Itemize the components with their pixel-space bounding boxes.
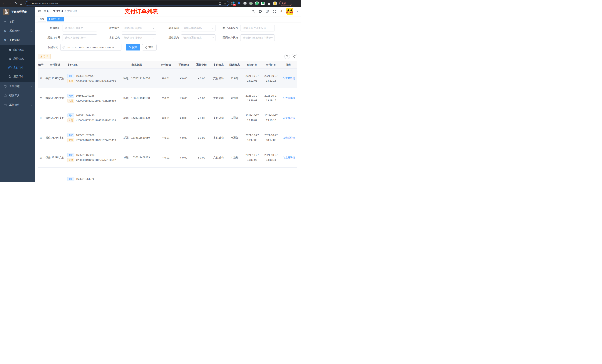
forward-icon[interactable]: →: [8, 2, 12, 5]
sidebar-item-pay-order[interactable]: ¥ 支付订单: [0, 63, 35, 72]
merchant-tag: 商户: [67, 133, 75, 137]
merchant-select-input[interactable]: [63, 25, 97, 31]
toggle-search-button[interactable]: [284, 54, 290, 59]
sidebar-item-refund-order[interactable]: 退款订单: [0, 72, 35, 81]
logo-rabbit-image: [3, 9, 10, 15]
home-icon[interactable]: [20, 2, 24, 5]
breadcrumb-current: 支付订单: [67, 10, 78, 13]
y-extension-icon[interactable]: y: [255, 1, 259, 5]
export-button[interactable]: 导出: [38, 54, 51, 59]
chevron-down-icon: [31, 95, 32, 97]
breadcrumb-payment[interactable]: 支付管理: [53, 10, 63, 13]
hamburger-icon[interactable]: [35, 7, 44, 16]
search-icon[interactable]: [252, 10, 255, 13]
merchant-order-no: 1635311351726: [76, 177, 94, 180]
dashboard-icon: [4, 20, 7, 23]
breadcrumb-home[interactable]: 首页: [44, 10, 49, 13]
filter-merchant-order-no: 商户订单编号: [215, 25, 275, 31]
browser-update-button[interactable]: 更新 ⋮: [279, 1, 292, 6]
pay-tag: 支付: [67, 79, 75, 83]
chat-extension-icon[interactable]: [261, 2, 265, 5]
filter-merchant: 所属商户: [38, 25, 97, 31]
filter-channel-code: 渠道编码: [156, 25, 215, 31]
help-icon[interactable]: ?: [266, 10, 269, 13]
browser-menu-dots-icon[interactable]: ⋮: [288, 2, 290, 5]
storefront-icon: [8, 48, 11, 52]
url-host: localhost: [32, 2, 41, 5]
refund-status-select-input[interactable]: [181, 34, 215, 41]
top-navbar: 首页 / 支付管理 / 支付订单 支付订单列表 ?: [35, 7, 301, 16]
search-icon: [283, 156, 285, 159]
documents-icon: [8, 75, 11, 78]
view-detail-link[interactable]: 查看详情: [283, 136, 295, 139]
view-detail-link[interactable]: 查看详情: [283, 77, 295, 80]
reset-button[interactable]: 重置: [142, 44, 157, 51]
sidebar-item-system[interactable]: ⚙ 系统管理: [0, 26, 35, 35]
main-panel: 所属商户 应用编号 渠道编码 商户订单编号: [35, 22, 301, 182]
merchant-order-no-input[interactable]: [240, 25, 275, 31]
search-icon: [283, 137, 285, 139]
sketch-extension-icon[interactable]: 10: [231, 1, 235, 5]
dot-extension-icon[interactable]: [249, 2, 253, 5]
view-detail-link[interactable]: 查看详情: [283, 96, 295, 100]
tab-home[interactable]: 首页: [38, 17, 46, 21]
close-tab-icon[interactable]: ×: [61, 18, 62, 20]
view-detail-link[interactable]: 查看详情: [283, 116, 295, 120]
pay-order-no: 4200001174202110278060590766: [76, 79, 116, 82]
user-avatar[interactable]: [286, 8, 293, 15]
merchant-tag: 商户: [67, 94, 75, 98]
sidebar-item-dev-tools[interactable]: 研发工具: [0, 91, 35, 100]
app-title: 芋道管理系统: [11, 10, 27, 13]
app-select-input[interactable]: [122, 25, 156, 31]
svg-text:?: ?: [267, 10, 268, 12]
github-icon[interactable]: [258, 10, 262, 13]
sidebar-logo[interactable]: 芋道管理系统: [0, 7, 35, 17]
browser-window: ← → ↻ ⓘ localhost:1024/pay/order ☆ 10: [0, 0, 301, 182]
command-extension-icon[interactable]: ⌘: [243, 2, 247, 5]
clock-icon: [62, 46, 65, 49]
address-bar[interactable]: ⓘ localhost:1024/pay/order ☆: [26, 1, 229, 6]
sidebar-item-merchant-info[interactable]: 商户信息: [0, 45, 35, 54]
payment-submenu: 商户信息 应用信息 ¥ 支付订单 退款订单: [0, 45, 35, 82]
table-header-row: 编号 支付渠道 支付订单 商品标题 支付金额 手续金额 退款金额 支付状态 回调…: [38, 62, 297, 68]
chevron-up-icon: [31, 39, 32, 41]
gem-extension-icon[interactable]: [237, 1, 241, 5]
avatar-caret-icon[interactable]: ▾: [297, 10, 298, 13]
back-icon[interactable]: ←: [2, 2, 6, 5]
date-range-input[interactable]: 2021-10-01 00:00:00 - 2021-10-31 23:59:5…: [60, 44, 121, 51]
navbar-actions: ? TT ▾: [252, 8, 301, 15]
sidebar-item-app-info[interactable]: 应用信息: [0, 54, 35, 63]
search-icon: [283, 77, 285, 80]
profile-emoji-avatar[interactable]: [273, 1, 277, 5]
search-icon: [286, 55, 288, 58]
sidebar-item-home[interactable]: 首页: [0, 17, 35, 26]
info-icon[interactable]: ⓘ: [28, 2, 30, 5]
table-row: 18 微信 JSAPI 支付 商户1635311823086 支付4200001…: [38, 128, 297, 148]
refresh-table-button[interactable]: [292, 54, 297, 59]
puzzle-extensions-icon[interactable]: [267, 1, 271, 5]
bookmark-star-icon[interactable]: ☆: [223, 2, 227, 5]
chevron-down-icon: [31, 85, 32, 87]
merchant-tag: 商户: [67, 153, 75, 157]
channel-code-select-input[interactable]: [181, 25, 215, 31]
refresh-icon: [293, 55, 296, 58]
pay-status-select-input[interactable]: [122, 34, 156, 41]
notify-status-select-input[interactable]: [240, 34, 275, 41]
fullscreen-icon[interactable]: [273, 10, 276, 13]
share-icon[interactable]: [219, 2, 221, 5]
sidebar-item-infra[interactable]: 基础设施: [0, 82, 35, 91]
tab-pay-order[interactable]: 支付订单 ×: [47, 17, 64, 21]
search-button[interactable]: 搜索: [126, 44, 140, 51]
merchant-order-no: 1635311468233: [76, 154, 94, 156]
font-size-icon[interactable]: TT: [280, 10, 283, 13]
extension-badge: 10: [233, 4, 236, 6]
channel-order-no-input[interactable]: [63, 34, 97, 41]
sidebar-item-payment[interactable]: ¥ 支付管理: [0, 35, 35, 45]
yen-circle-icon: ¥: [8, 66, 11, 69]
active-dot-icon: [49, 18, 50, 20]
merchant-tag: 商户: [67, 74, 75, 78]
sidebar-item-workflow[interactable]: 工作流程: [0, 100, 35, 110]
view-detail-link[interactable]: 查看详情: [283, 156, 295, 159]
reload-icon[interactable]: ↻: [14, 2, 18, 5]
table-row: 17 微信 JSAPI 支付 商户1635311468233 支付4200001…: [38, 148, 297, 167]
